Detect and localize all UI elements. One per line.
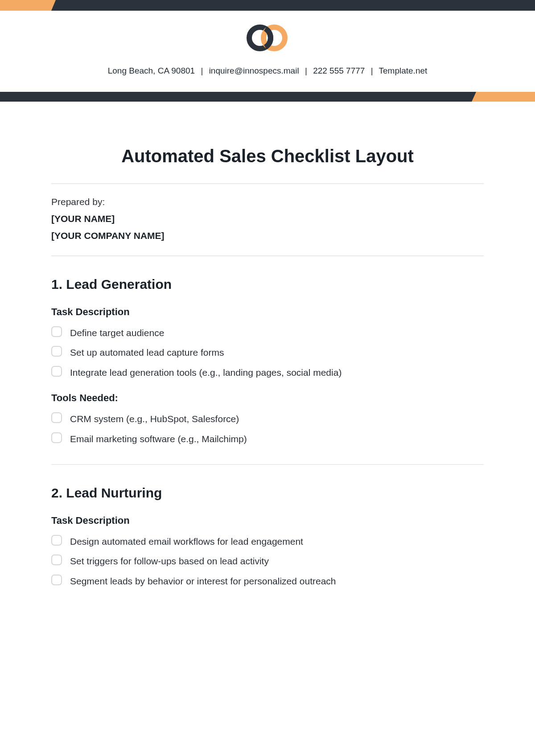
company-logo-icon: [243, 22, 292, 55]
secondary-banner: [0, 92, 535, 102]
checkbox[interactable]: [51, 535, 62, 546]
banner-dark-left: [0, 92, 478, 102]
checklist-text: Design automated email workflows for lea…: [70, 534, 303, 548]
divider-rule: [51, 464, 484, 465]
checklist-item: Set up automated lead capture forms: [51, 345, 484, 359]
banner-accent-left: [0, 0, 58, 11]
checkbox[interactable]: [51, 575, 62, 585]
section-heading: 2. Lead Nurturing: [51, 485, 484, 501]
banner-dark-right: [51, 0, 535, 11]
logo-area: [0, 22, 535, 55]
checklist-text: Integrate lead generation tools (e.g., l…: [70, 366, 342, 379]
group-heading: Tools Needed:: [51, 392, 484, 404]
banner-accent-right: [472, 92, 535, 102]
section-heading: 1. Lead Generation: [51, 277, 484, 292]
divider: |: [201, 66, 203, 75]
checklist-text: CRM system (e.g., HubSpot, Salesforce): [70, 412, 239, 425]
divider-rule: [51, 255, 484, 256]
group-heading: Task Description: [51, 306, 484, 318]
contact-line: Long Beach, CA 90801 | inquire@innospecs…: [0, 66, 535, 76]
checklist-item: Segment leads by behavior or interest fo…: [51, 574, 484, 588]
checklist-text: Set up automated lead capture forms: [70, 345, 224, 359]
checklist-text: Segment leads by behavior or interest fo…: [70, 574, 336, 588]
top-banner: [0, 0, 535, 11]
divider-rule: [51, 183, 484, 184]
page-title: Automated Sales Checklist Layout: [51, 146, 484, 166]
prepared-by-name: [YOUR NAME]: [51, 214, 484, 224]
contact-phone: 222 555 7777: [313, 66, 365, 75]
document-content: Automated Sales Checklist Layout Prepare…: [51, 134, 484, 594]
checklist-item: Set triggers for follow-ups based on lea…: [51, 554, 484, 567]
checklist-text: Define target audience: [70, 326, 164, 339]
group-heading: Task Description: [51, 515, 484, 526]
contact-email: inquire@innospecs.mail: [209, 66, 299, 75]
checklist-item: Email marketing software (e.g., Mailchim…: [51, 432, 484, 445]
checklist-item: Define target audience: [51, 326, 484, 339]
contact-address: Long Beach, CA 90801: [108, 66, 195, 75]
checkbox[interactable]: [51, 432, 62, 443]
checklist-text: Set triggers for follow-ups based on lea…: [70, 554, 269, 567]
section-lead-nurturing: 2. Lead Nurturing Task Description Desig…: [51, 485, 484, 588]
checklist-text: Email marketing software (e.g., Mailchim…: [70, 432, 247, 445]
checklist-item: Design automated email workflows for lea…: [51, 534, 484, 548]
checkbox[interactable]: [51, 366, 62, 377]
prepared-by-block: Prepared by: [YOUR NAME] [YOUR COMPANY N…: [51, 197, 484, 241]
contact-site: Template.net: [379, 66, 428, 75]
divider: |: [371, 66, 373, 75]
prepared-by-label: Prepared by:: [51, 197, 484, 207]
divider: |: [305, 66, 307, 75]
checkbox[interactable]: [51, 412, 62, 423]
checkbox[interactable]: [51, 346, 62, 357]
checklist-item: Integrate lead generation tools (e.g., l…: [51, 366, 484, 379]
checkbox[interactable]: [51, 326, 62, 337]
checkbox[interactable]: [51, 555, 62, 565]
checklist-item: CRM system (e.g., HubSpot, Salesforce): [51, 412, 484, 425]
prepared-by-company: [YOUR COMPANY NAME]: [51, 230, 484, 241]
section-lead-generation: 1. Lead Generation Task Description Defi…: [51, 277, 484, 465]
